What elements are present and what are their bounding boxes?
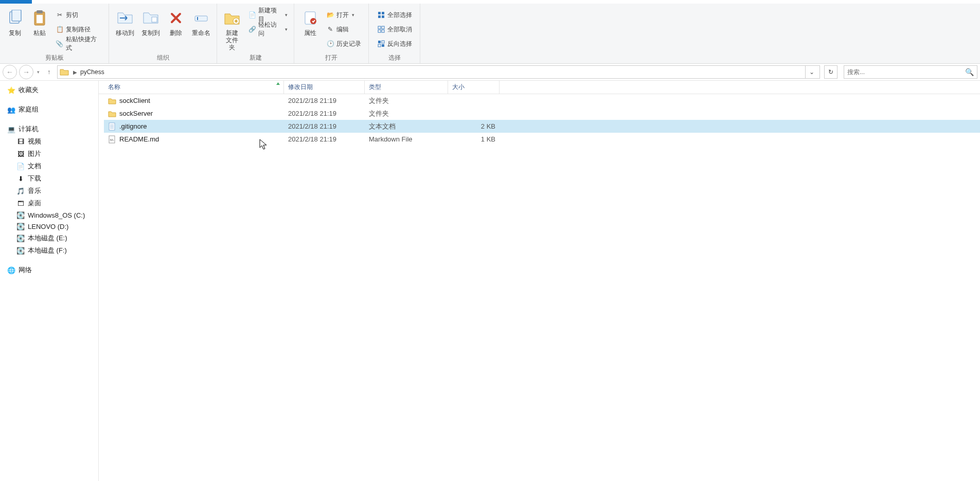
sidebar-drive-e-label: 本地磁盘 (E:): [28, 234, 67, 243]
column-type[interactable]: 类型: [365, 81, 448, 94]
sidebar-favorites[interactable]: ⭐收藏夹: [0, 84, 98, 96]
sidebar-music[interactable]: 🎵音乐: [0, 185, 98, 197]
search-input[interactable]: [847, 68, 965, 76]
sidebar-drive-f[interactable]: 💽本地磁盘 (F:): [0, 244, 98, 257]
file-row[interactable]: .gitignore2021/2/18 21:19文本文档2 KB: [104, 120, 980, 133]
copy-to-button[interactable]: 复制到: [138, 6, 163, 51]
drive-icon: 💽: [16, 211, 25, 219]
sidebar-drive-d[interactable]: 💽LENOVO (D:): [0, 221, 98, 232]
delete-button[interactable]: 删除: [164, 6, 188, 51]
sidebar-drive-c[interactable]: 💽Windows8_OS (C:): [0, 209, 98, 221]
invert-selection-icon: [377, 40, 385, 48]
select-none-icon: [377, 25, 385, 33]
cell-size: [448, 94, 500, 107]
new-folder-icon: [224, 10, 240, 26]
computer-icon: 💻: [7, 125, 15, 133]
svg-rect-18: [382, 30, 384, 32]
rename-button[interactable]: 重命名: [189, 6, 213, 51]
column-date[interactable]: 修改日期: [284, 81, 365, 94]
cell-date: 2021/2/18 21:19: [284, 133, 365, 146]
copy-button[interactable]: 复制: [3, 6, 27, 51]
file-row[interactable]: sockClient2021/2/18 21:19文件夹: [104, 94, 980, 107]
ribbon: 复制 粘贴 ✂剪切 📋复制路径 📎粘贴快捷方式 剪贴板 移动到 复制到: [0, 4, 980, 64]
sidebar-downloads[interactable]: ⬇下载: [0, 172, 98, 185]
move-to-button[interactable]: 移动到: [113, 6, 137, 51]
group-label-organize: 组织: [109, 54, 217, 62]
file-name: sockClient: [119, 97, 150, 104]
move-to-label: 移动到: [116, 29, 134, 37]
sidebar-computer[interactable]: 💻计算机: [0, 123, 98, 135]
copy-path-button[interactable]: 📋复制路径: [52, 23, 105, 35]
sidebar-videos[interactable]: 🎞视频: [0, 135, 98, 148]
svg-text:M↓: M↓: [110, 138, 114, 141]
column-date-label: 修改日期: [288, 83, 313, 92]
navbar: ← → ▾ ↑ ▶ pyChess ⌄ ↻ 🔍: [0, 64, 980, 81]
breadcrumb[interactable]: pyChess: [78, 68, 106, 76]
refresh-button[interactable]: ↻: [824, 65, 838, 79]
address-bar[interactable]: ▶ pyChess ⌄: [57, 65, 820, 79]
properties-button[interactable]: 属性: [298, 6, 322, 51]
file-row[interactable]: M↓README.md2021/2/18 21:19Markdown File1…: [104, 133, 980, 146]
column-name[interactable]: 名称: [104, 81, 284, 94]
edit-icon: ✎: [326, 25, 334, 33]
easy-access-button[interactable]: 🔗轻松访问: [245, 23, 291, 35]
sidebar-homegroup[interactable]: 👥家庭组: [0, 103, 98, 116]
sidebar-music-label: 音乐: [28, 186, 41, 195]
file-row[interactable]: sockServer2021/2/18 21:19文件夹: [104, 107, 980, 120]
cell-size: 2 KB: [448, 120, 500, 133]
search-box[interactable]: 🔍: [844, 65, 977, 79]
cell-size: 1 KB: [448, 133, 500, 146]
paste-shortcut-label: 粘贴快捷方式: [66, 35, 102, 52]
delete-label: 删除: [170, 29, 182, 37]
column-headers: 名称 修改日期 类型 大小: [99, 81, 980, 94]
cell-date: 2021/2/18 21:19: [284, 107, 365, 120]
open-button[interactable]: 📂打开: [323, 9, 364, 21]
new-item-button[interactable]: 📄新建项目: [245, 9, 291, 21]
invert-selection-button[interactable]: 反向选择: [374, 38, 415, 50]
drive-icon: 💽: [16, 222, 25, 230]
refresh-icon: ↻: [828, 68, 833, 76]
titlebar: [0, 0, 980, 4]
paste-shortcut-button[interactable]: 📎粘贴快捷方式: [52, 38, 105, 50]
arrow-right-icon: →: [23, 68, 30, 76]
arrow-left-icon: ←: [6, 68, 13, 76]
back-button[interactable]: ←: [3, 65, 17, 79]
properties-label: 属性: [304, 29, 316, 37]
forward-button[interactable]: →: [19, 65, 33, 79]
sidebar-network[interactable]: 🌐网络: [0, 264, 98, 276]
copy-to-icon: [142, 10, 159, 26]
history-button[interactable]: 🕑历史记录: [323, 38, 364, 50]
network-icon: 🌐: [7, 266, 15, 274]
sidebar-desktop[interactable]: 🗔桌面: [0, 197, 98, 209]
history-icon: 🕑: [326, 40, 334, 48]
select-none-button[interactable]: 全部取消: [374, 23, 415, 35]
sidebar-drive-e[interactable]: 💽本地磁盘 (E:): [0, 232, 98, 244]
up-button[interactable]: ↑: [43, 66, 55, 78]
desktop-icon: 🗔: [16, 199, 25, 207]
edit-button[interactable]: ✎编辑: [323, 23, 364, 35]
cut-button[interactable]: ✂剪切: [52, 9, 105, 21]
easy-access-label: 轻松访问: [258, 21, 282, 38]
sidebar: ⭐收藏夹 👥家庭组 💻计算机 🎞视频 🖼图片 📄文档 ⬇下载 🎵音乐 🗔桌面 💽…: [0, 81, 99, 481]
address-dropdown-button[interactable]: ⌄: [805, 66, 817, 78]
svg-rect-12: [382, 12, 384, 14]
ribbon-group-open: 属性 📂打开 ✎编辑 🕑历史记录 打开: [294, 4, 369, 63]
md-icon: M↓: [108, 135, 116, 144]
group-label-clipboard: 剪贴板: [0, 54, 109, 62]
sidebar-documents[interactable]: 📄文档: [0, 160, 98, 172]
new-folder-button[interactable]: 新建 文件夹: [220, 6, 244, 51]
cut-icon: ✂: [56, 11, 64, 19]
arrow-up-icon: ↑: [47, 68, 50, 76]
open-icon: 📂: [326, 11, 334, 19]
sidebar-pictures[interactable]: 🖼图片: [0, 148, 98, 160]
select-none-label: 全部取消: [387, 25, 412, 34]
paste-button[interactable]: 粘贴: [28, 6, 51, 51]
text-icon: [108, 122, 116, 131]
new-folder-label-2: 文件夹: [223, 37, 241, 51]
column-size[interactable]: 大小: [448, 81, 500, 94]
cut-label: 剪切: [66, 11, 78, 20]
drive-icon: 💽: [16, 246, 25, 255]
paste-label: 粘贴: [33, 29, 46, 37]
select-all-button[interactable]: 全部选择: [374, 9, 415, 21]
recent-locations-button[interactable]: ▾: [35, 69, 41, 75]
